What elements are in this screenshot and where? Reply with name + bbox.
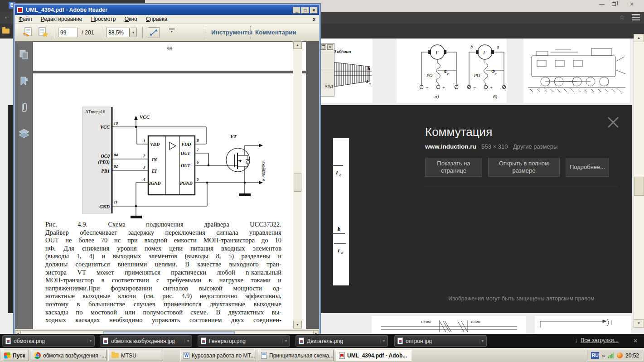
page-number-input[interactable] bbox=[58, 28, 78, 37]
save-copy-icon[interactable] bbox=[22, 27, 34, 40]
chevron-down-icon[interactable]: ▾ bbox=[479, 339, 484, 343]
thumbnail-locomotive[interactable] bbox=[523, 39, 630, 103]
download-item[interactable]: оптрон.jpg ▾ bbox=[394, 335, 487, 347]
menu-window[interactable]: Окно bbox=[121, 15, 141, 22]
reader-maximize-button[interactable]: □ bbox=[301, 7, 309, 14]
back-icon[interactable]: ← bbox=[4, 13, 11, 21]
show-on-page-button[interactable]: Показать на странице bbox=[425, 158, 482, 177]
taskbar-button-label: Принципиальная схема... bbox=[269, 352, 334, 359]
chevron-down-icon[interactable]: ▾ bbox=[87, 339, 92, 343]
svg-text:ATmega16: ATmega16 bbox=[85, 109, 105, 114]
toolbar-separator bbox=[142, 27, 143, 39]
overlay-title: Коммутация bbox=[425, 125, 492, 139]
open-full-size-button[interactable]: Открыть в полном размере bbox=[488, 158, 560, 177]
taskbar-button-pdf[interactable]: UML_4394.pdf - Adob... bbox=[336, 350, 412, 361]
more-tools-icon[interactable]: ▾ bbox=[169, 29, 174, 33]
menu-view[interactable]: Просмотр bbox=[87, 15, 120, 22]
thumbnail-dimension-sketch[interactable]: 10 мм 10 мм bbox=[372, 316, 526, 334]
navigation-pane bbox=[15, 41, 32, 329]
all-downloads-link[interactable]: ↓ Все загрузки... bbox=[575, 337, 619, 344]
svg-text:02: 02 bbox=[114, 164, 118, 169]
document-close-button[interactable]: x bbox=[313, 16, 315, 22]
browser-minimize-button[interactable]: — bbox=[597, 1, 606, 8]
svg-text:РО: РО bbox=[426, 73, 432, 78]
menu-help[interactable]: Справка bbox=[142, 15, 171, 22]
doc-scrollbar-thumb[interactable] bbox=[294, 174, 301, 192]
tools-button[interactable]: Инструменты bbox=[211, 29, 252, 36]
source-domain[interactable]: www.induction.ru bbox=[425, 143, 476, 150]
taskbar-button-word[interactable]: W Курсовая работа по МТ... bbox=[180, 350, 256, 361]
image-file-icon bbox=[397, 338, 403, 344]
figure-caption: Рис. 4.9. Схема подключения драйвера UCC… bbox=[45, 221, 281, 324]
thumbnail-arrow-sketch[interactable] bbox=[535, 316, 631, 334]
taskbar-button-folder[interactable]: MTSU bbox=[108, 350, 163, 361]
start-button[interactable]: Пуск bbox=[1, 350, 29, 361]
bg-close-button[interactable]: × bbox=[327, 44, 333, 50]
chevron-down-icon[interactable]: ▾ bbox=[282, 339, 287, 343]
svg-text:VCC: VCC bbox=[140, 114, 150, 120]
svg-text:VDD: VDD bbox=[181, 142, 191, 147]
image-file-icon bbox=[103, 338, 108, 344]
layers-icon[interactable] bbox=[19, 128, 29, 139]
scroll-down-icon[interactable]: ▼ bbox=[634, 319, 644, 328]
bookmark-star-icon[interactable]: ☆ bbox=[619, 14, 625, 21]
browser-menu-icon[interactable] bbox=[632, 14, 640, 20]
toolbar-separator bbox=[206, 26, 206, 39]
download-item[interactable]: обмотка возбуждения.jpg ▾ bbox=[100, 335, 192, 347]
details-button[interactable]: Подробнее... bbox=[566, 158, 609, 177]
network-signal-icon[interactable] bbox=[608, 352, 614, 358]
page-thumbnails-icon[interactable] bbox=[19, 49, 29, 60]
svg-text:I: I bbox=[335, 169, 339, 176]
bookmarks-folder-icon[interactable] bbox=[2, 29, 10, 34]
svg-text:а): а) bbox=[435, 94, 439, 100]
chevron-down-icon[interactable]: ▾ bbox=[380, 339, 385, 343]
taskbar-button-schematic[interactable]: Принципиальная схема... bbox=[258, 350, 334, 361]
zoom-dropdown-icon[interactable]: ▾ bbox=[130, 28, 137, 37]
clock[interactable]: 20:52 bbox=[625, 352, 639, 359]
browser-restore-button[interactable] bbox=[612, 2, 616, 6]
svg-text:РО: РО bbox=[474, 73, 480, 78]
menu-edit[interactable]: Редактирование bbox=[37, 15, 86, 22]
bg-panel-label[interactable]: код bbox=[320, 69, 334, 89]
thumbnail-generator-circuits[interactable]: Г РО Ф р − + а) Г b a bbox=[397, 39, 507, 103]
chevron-down-icon[interactable]: ▾ bbox=[184, 339, 189, 343]
overlay-close-button[interactable] bbox=[606, 116, 620, 131]
reader-body: 98 ATmega16 VCC OC0 (PB3) PB1 GND bbox=[15, 41, 319, 329]
window-title: UML_4394.pdf - Adobe Reader bbox=[26, 7, 107, 13]
page-scrollbar[interactable]: ▲ ▼ bbox=[634, 34, 644, 328]
svg-text:IGND: IGND bbox=[149, 181, 161, 186]
folder-icon bbox=[111, 353, 119, 358]
tray-app-icon[interactable] bbox=[617, 352, 623, 358]
reader-toolbar: / 201 ▾ ▾ Инструменты Комментарии bbox=[15, 24, 319, 41]
create-pdf-icon[interactable] bbox=[37, 27, 48, 40]
bookmarks-icon[interactable] bbox=[19, 76, 29, 87]
download-item[interactable]: Генератор.png ▾ bbox=[198, 335, 290, 347]
comments-button[interactable]: Комментарии bbox=[255, 29, 296, 36]
pdf-file-icon bbox=[339, 352, 345, 359]
browser-close-button[interactable]: × bbox=[627, 1, 636, 8]
download-item[interactable]: обмотка.png ▾ bbox=[2, 335, 95, 347]
scroll-up-icon[interactable]: ▲ bbox=[634, 34, 644, 42]
document-scrollbar[interactable]: ▲ ▼ bbox=[293, 41, 302, 329]
toolbar-separator bbox=[102, 27, 102, 39]
reader-title-bar[interactable]: UML_4394.pdf - Adobe Reader _ □ × bbox=[15, 5, 319, 15]
language-indicator[interactable]: RU bbox=[591, 352, 599, 359]
reader-close-button[interactable]: × bbox=[310, 7, 318, 14]
taskbar-button-label: UML_4394.pdf - Adob... bbox=[347, 352, 407, 359]
taskbar-button-chrome[interactable]: обмотка возбуждения -... bbox=[31, 350, 107, 361]
tray-expand-icon[interactable]: « bbox=[602, 352, 605, 359]
bg-restore-button[interactable]: ❒ bbox=[320, 44, 326, 50]
scrollbar-thumb[interactable] bbox=[634, 177, 644, 196]
svg-text:a: a bbox=[497, 44, 499, 49]
doc-scroll-down-icon[interactable]: ▼ bbox=[293, 321, 302, 328]
doc-scroll-up-icon[interactable]: ▲ bbox=[293, 41, 302, 49]
download-item[interactable]: Двигатель.png ▾ bbox=[295, 335, 388, 347]
svg-text:6: 6 bbox=[197, 160, 199, 164]
zoom-level-input[interactable] bbox=[106, 28, 130, 37]
attachments-icon[interactable] bbox=[19, 102, 29, 114]
menu-file[interactable]: Файл bbox=[15, 15, 36, 22]
reader-minimize-button[interactable]: _ bbox=[293, 7, 300, 14]
preview-image[interactable]: I a b I a bbox=[333, 138, 349, 285]
downloads-close-button[interactable]: × bbox=[634, 337, 637, 344]
resize-page-icon[interactable] bbox=[148, 27, 160, 38]
